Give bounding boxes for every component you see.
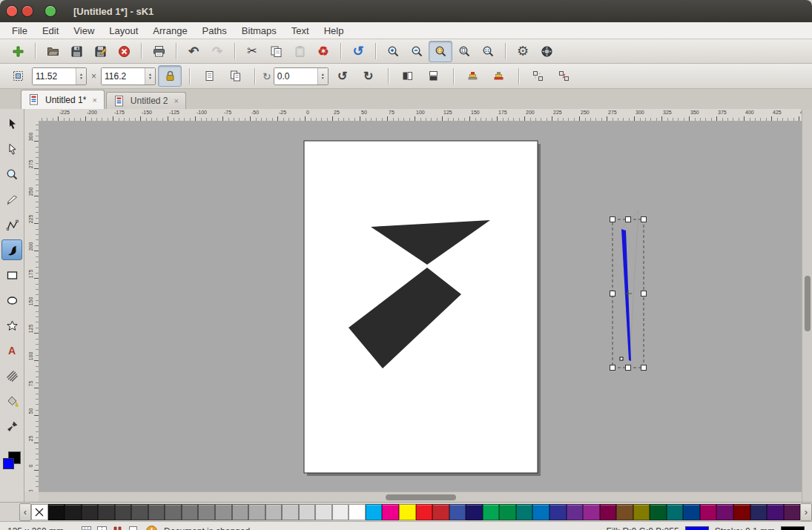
fill-tool[interactable]: [1, 391, 22, 411]
palette-swatch[interactable]: [567, 504, 584, 520]
palette-swatch[interactable]: [483, 504, 500, 520]
select-tool[interactable]: [1, 113, 22, 134]
palette-swatch[interactable]: [65, 504, 82, 520]
selection-handle[interactable]: [626, 217, 631, 222]
close-document-button[interactable]: [112, 41, 136, 62]
save-document-button[interactable]: [65, 41, 88, 62]
palette-swatch[interactable]: [182, 504, 199, 520]
rotate-cw-button[interactable]: ↻: [357, 65, 380, 87]
palette-swatch[interactable]: [466, 504, 483, 520]
ungroup-button[interactable]: [552, 65, 576, 87]
palette-swatch[interactable]: [366, 504, 383, 520]
horizontal-ruler[interactable]: -225-200-175-150-125-100-75-50-250255075…: [39, 109, 802, 122]
canvas[interactable]: [39, 121, 802, 491]
menu-edit[interactable]: Edit: [35, 23, 66, 39]
group-button[interactable]: [527, 65, 550, 87]
menu-arrange[interactable]: Arrange: [145, 23, 194, 39]
window-minimize-button[interactable]: [22, 6, 33, 16]
zoom-out-button[interactable]: [405, 41, 429, 62]
delete-button[interactable]: ♻: [311, 41, 335, 62]
polyline-tool[interactable]: [1, 214, 22, 235]
undo-button[interactable]: ↶: [182, 41, 205, 62]
palette-swatch[interactable]: [683, 504, 700, 520]
palette-swatch[interactable]: [48, 504, 65, 520]
selection-handle[interactable]: [626, 365, 631, 371]
gradient-tool[interactable]: [1, 365, 22, 386]
palette-swatch[interactable]: [215, 504, 232, 520]
ruler-corner[interactable]: [24, 109, 39, 122]
plugins-button[interactable]: [535, 41, 558, 62]
new-document-button[interactable]: [6, 41, 30, 62]
palette-swatch[interactable]: [232, 504, 249, 520]
menu-text[interactable]: Text: [284, 23, 317, 39]
palette-swatch[interactable]: [784, 504, 801, 520]
position-x-input[interactable]: [33, 68, 76, 85]
mirror-vertical-button[interactable]: [422, 65, 446, 87]
palette-swatch[interactable]: [165, 504, 182, 520]
window-maximize-button[interactable]: [45, 6, 56, 16]
horizontal-scrollbar[interactable]: [39, 491, 802, 503]
palette-swatch[interactable]: [767, 504, 784, 520]
rotate-ccw-button[interactable]: ↺: [331, 65, 354, 87]
palette-swatch[interactable]: [349, 504, 366, 520]
selection-handle[interactable]: [610, 217, 615, 222]
palette-swatch[interactable]: [332, 504, 349, 520]
position-y-stepper[interactable]: ▲▼: [145, 68, 155, 85]
vertical-scrollbar-thumb[interactable]: [805, 276, 811, 331]
palette-swatch[interactable]: [416, 504, 433, 520]
palette-swatch[interactable]: [299, 504, 316, 520]
menu-bitmaps[interactable]: Bitmaps: [234, 23, 284, 39]
palette-swatch[interactable]: [265, 504, 283, 520]
palette-swatch[interactable]: [449, 504, 466, 520]
tab-untitled-2[interactable]: Untitled 2×: [106, 92, 186, 109]
palette-scroll-right-icon[interactable]: ›: [800, 503, 812, 521]
vertical-scrollbar[interactable]: [802, 109, 812, 502]
zoom-100-button[interactable]: 1:1: [476, 41, 500, 62]
palette-scroll-left-icon[interactable]: ‹: [19, 503, 31, 521]
palette-swatch[interactable]: [115, 504, 132, 520]
open-document-button[interactable]: [41, 41, 65, 62]
ellipse-tool[interactable]: [1, 290, 22, 311]
horizontal-scrollbar-thumb[interactable]: [386, 494, 456, 500]
raise-to-top-button[interactable]: [461, 65, 485, 87]
zoom-tool[interactable]: [1, 164, 22, 185]
cut-button[interactable]: ✂: [240, 41, 264, 62]
palette-swatch[interactable]: [600, 504, 617, 520]
palette-swatch[interactable]: [499, 504, 516, 520]
window-close-button[interactable]: [7, 6, 17, 16]
palette-swatch[interactable]: [82, 504, 99, 520]
preferences-button[interactable]: ⚙: [511, 41, 535, 62]
menu-file[interactable]: File: [4, 23, 35, 39]
palette-swatch[interactable]: [650, 504, 667, 520]
text-tool[interactable]: A: [1, 340, 22, 361]
lower-to-bottom-button[interactable]: [487, 65, 511, 87]
fill-stroke-indicator[interactable]: [3, 451, 21, 469]
palette-swatch[interactable]: [432, 504, 449, 520]
palette-swatch[interactable]: [516, 504, 533, 520]
palette-swatch[interactable]: [248, 504, 265, 520]
tab-untitled-1-[interactable]: Untitled 1*×: [21, 90, 105, 109]
pen-tool[interactable]: [1, 416, 22, 437]
palette-swatch[interactable]: [633, 504, 650, 520]
selection-handle[interactable]: [641, 291, 647, 297]
lock-ratio-button[interactable]: [158, 65, 182, 87]
paste-button[interactable]: [288, 41, 311, 62]
selection-handle[interactable]: [610, 365, 615, 371]
blue-stroke-shape[interactable]: [621, 229, 631, 361]
menu-paths[interactable]: Paths: [195, 23, 234, 39]
palette-swatch[interactable]: [532, 504, 549, 520]
palette-swatch[interactable]: [750, 504, 768, 520]
palette-no-color[interactable]: [31, 504, 48, 520]
curve-tool[interactable]: [1, 239, 22, 260]
redo-button[interactable]: ↷: [205, 41, 229, 62]
rotation-angle-stepper[interactable]: ▲▼: [317, 68, 328, 85]
knife-tool[interactable]: [1, 189, 22, 210]
position-x-stepper[interactable]: ▲▼: [76, 68, 86, 85]
palette-swatch[interactable]: [198, 504, 215, 520]
palette-swatch[interactable]: [148, 504, 165, 520]
mirror-horizontal-button[interactable]: [396, 65, 420, 87]
palette-swatch[interactable]: [716, 504, 733, 520]
apply-to-copy-button[interactable]: [223, 65, 247, 87]
zoom-in-button[interactable]: [381, 41, 405, 62]
position-y-input[interactable]: [102, 68, 145, 85]
